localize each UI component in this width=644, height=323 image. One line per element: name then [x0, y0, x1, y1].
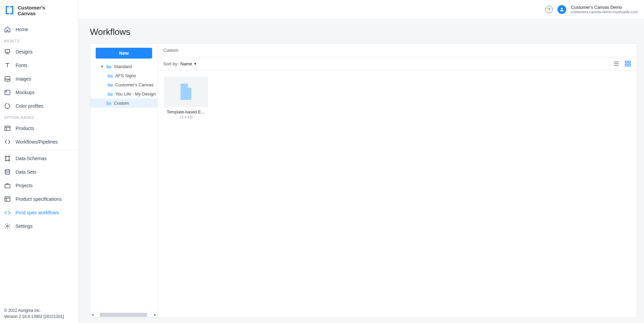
sidebar-item-label: Prod spec workflows: [16, 210, 59, 215]
account-info[interactable]: Customer's Canvas Demo customers-canvas-…: [571, 5, 638, 15]
file-thumbnail: [164, 77, 208, 107]
database-icon: [4, 169, 11, 175]
copyright: © 2022 Aurigma Inc.: [4, 307, 74, 314]
svg-point-7: [5, 160, 6, 161]
easel-icon: [4, 48, 11, 55]
scroll-thumb[interactable]: [100, 313, 147, 317]
scroll-track[interactable]: [100, 313, 148, 317]
font-icon: [4, 62, 11, 69]
breadcrumb: Custom: [158, 44, 637, 57]
svg-rect-4: [5, 126, 10, 130]
tree-item-afs-signs[interactable]: AFS Signs: [90, 71, 158, 80]
sidebar-item-designs[interactable]: Designs: [0, 45, 78, 59]
page-title: Workflows: [78, 19, 644, 43]
folder-icon: [107, 73, 113, 78]
svg-rect-10: [5, 184, 10, 188]
sidebar-item-data-schemas[interactable]: Data Schemas: [0, 152, 78, 165]
items-grid: Template-based E… 13.4 KB: [158, 70, 637, 317]
content-panel: Custom Sort by: Name ▼: [158, 44, 637, 317]
avatar[interactable]: [557, 5, 566, 14]
sidebar-item-workflows-pipelines[interactable]: Workflows/Pipelines: [0, 135, 78, 149]
account-subdomain: customers-canvas-demo-myshopify-com: [571, 10, 638, 14]
sidebar-section-option-based: OPTION-BASED: [0, 113, 78, 122]
workflow-item[interactable]: Template-based E… 13.4 KB: [164, 77, 208, 119]
sidebar-item-label: Fonts: [16, 63, 27, 68]
svg-rect-11: [5, 197, 10, 201]
sidebar-item-label: Products: [16, 126, 34, 131]
svg-point-12: [7, 225, 8, 227]
workspace: New ▼ Standard AFS Signs: [90, 43, 637, 318]
folder-icon: [106, 101, 112, 106]
brand-mark-icon: [5, 5, 14, 16]
content-toolbar: Sort by: Name ▼: [158, 57, 637, 70]
sort-control[interactable]: Sort by: Name ▼: [163, 61, 197, 66]
sidebar-item-prod-spec-workflows[interactable]: Prod spec workflows: [0, 206, 78, 219]
tree-item-label: You Life - My Design: [115, 91, 156, 96]
svg-point-9: [5, 169, 9, 171]
sidebar-item-label: Home: [16, 27, 28, 32]
new-button[interactable]: New: [96, 48, 152, 59]
help-button[interactable]: ?: [545, 6, 553, 13]
palette-icon: [4, 103, 11, 109]
view-toggle: [613, 60, 631, 67]
sidebar-section-assets: ASSETS: [0, 36, 78, 45]
code-icon: [4, 209, 11, 216]
brand-name: Customer's Canvas: [18, 5, 45, 17]
folder-icon: [107, 83, 113, 87]
sidebar-item-label: Data Schemas: [16, 156, 47, 161]
scroll-left-icon[interactable]: ◄: [90, 313, 95, 317]
spec-icon: [4, 196, 11, 202]
tree-panel: New ▼ Standard AFS Signs: [90, 44, 158, 317]
sidebar-item-label: Projects: [16, 183, 33, 188]
list-view-button[interactable]: [613, 60, 620, 67]
chevron-down-icon: ▼: [193, 62, 197, 66]
grid-view-button[interactable]: [624, 60, 631, 67]
sidebar-item-products[interactable]: Products: [0, 122, 78, 135]
code-icon: [4, 138, 11, 145]
account-name: Customer's Canvas Demo: [571, 5, 638, 10]
image-icon: [4, 76, 11, 82]
sidebar-item-mockups[interactable]: Mockups: [0, 86, 78, 99]
sidebar-item-data-sets[interactable]: Data Sets: [0, 165, 78, 179]
item-name: Template-based E…: [164, 110, 208, 114]
sidebar-item-product-specifications[interactable]: Product specifications: [0, 192, 78, 206]
sidebar-item-label: Designs: [16, 49, 33, 55]
sort-value-text: Name: [181, 61, 192, 66]
home-icon: [4, 26, 11, 33]
gear-icon: [4, 223, 11, 230]
folder-icon: [107, 92, 113, 96]
svg-point-6: [8, 156, 9, 157]
mockup-icon: [4, 89, 11, 96]
tree-item-you-life[interactable]: You Life - My Design: [90, 89, 158, 99]
sidebar-item-label: Workflows/Pipelines: [16, 139, 58, 145]
sidebar-item-projects[interactable]: Projects: [0, 179, 78, 192]
sort-label: Sort by:: [163, 61, 178, 66]
sidebar-item-label: Color profiles: [16, 103, 43, 109]
tree-item-custom[interactable]: Custom: [90, 99, 158, 108]
svg-rect-0: [5, 49, 9, 52]
tree-hscrollbar[interactable]: ◄ ►: [90, 312, 158, 317]
sidebar: Customer's Canvas Home ASSETS Designs Fo…: [0, 0, 78, 323]
brand-logo[interactable]: Customer's Canvas: [0, 0, 78, 23]
sidebar-nav: Home ASSETS Designs Fonts Images Mockups: [0, 23, 78, 304]
svg-rect-1: [5, 77, 10, 81]
tree-item-customers-canvas[interactable]: Customer's Canvas: [90, 80, 158, 89]
svg-rect-14: [628, 61, 630, 63]
svg-rect-16: [628, 64, 630, 66]
sidebar-item-images[interactable]: Images: [0, 72, 78, 86]
divider: [0, 150, 78, 150]
sort-value[interactable]: Name ▼: [181, 61, 197, 66]
sidebar-item-label: Images: [16, 76, 31, 82]
sidebar-item-label: Mockups: [16, 90, 34, 95]
folder-icon: [106, 64, 112, 69]
sidebar-item-label: Product specifications: [16, 196, 62, 202]
tree-item-label: Custom: [114, 101, 129, 106]
tree-item-standard[interactable]: ▼ Standard: [90, 62, 158, 71]
sidebar-item-color-profiles[interactable]: Color profiles: [0, 99, 78, 113]
sidebar-item-fonts[interactable]: Fonts: [0, 59, 78, 72]
scroll-right-icon[interactable]: ►: [153, 313, 158, 317]
schema-icon: [4, 155, 11, 162]
sidebar-item-home[interactable]: Home: [0, 23, 78, 36]
sidebar-item-settings[interactable]: Settings: [0, 219, 78, 233]
sidebar-item-label: Data Sets: [16, 169, 36, 175]
